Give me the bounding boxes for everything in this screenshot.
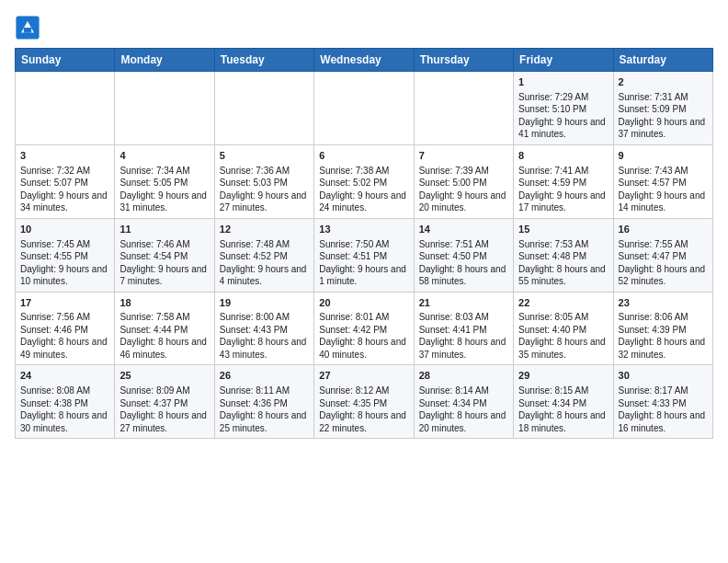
day-info-line: Sunset: 4:34 PM <box>518 397 608 410</box>
cell-content: 12Sunrise: 7:48 AMSunset: 4:52 PMDayligh… <box>220 223 309 288</box>
calendar-cell: 1Sunrise: 7:29 AMSunset: 5:10 PMDaylight… <box>514 72 613 145</box>
day-info-line: Daylight: 8 hours and 58 minutes. <box>419 263 508 288</box>
day-number: 2 <box>619 75 708 89</box>
day-number: 11 <box>119 223 209 236</box>
calendar-week-row: 17Sunrise: 7:56 AMSunset: 4:46 PMDayligh… <box>16 292 713 365</box>
day-info-line: Sunset: 4:51 PM <box>319 250 408 263</box>
weekday-header: Monday <box>115 49 214 72</box>
day-info-line: Sunrise: 7:29 AM <box>518 91 608 104</box>
calendar-cell: 12Sunrise: 7:48 AMSunset: 4:52 PMDayligh… <box>214 218 313 292</box>
day-info-line: Sunrise: 8:06 AM <box>619 311 708 324</box>
cell-content: 10Sunrise: 7:45 AMSunset: 4:55 PMDayligh… <box>20 223 109 288</box>
weekday-header: Sunday <box>16 49 115 72</box>
day-info-line: Sunrise: 8:03 AM <box>419 311 508 324</box>
day-info-line: Daylight: 8 hours and 27 minutes. <box>119 409 209 434</box>
day-info-line: Sunrise: 7:31 AM <box>619 91 708 104</box>
calendar-cell: 6Sunrise: 7:38 AMSunset: 5:02 PMDaylight… <box>314 144 414 218</box>
calendar-cell: 26Sunrise: 8:11 AMSunset: 4:36 PMDayligh… <box>214 365 313 439</box>
day-number: 17 <box>20 296 109 310</box>
weekday-header: Tuesday <box>214 49 313 72</box>
calendar-cell: 15Sunrise: 7:53 AMSunset: 4:48 PMDayligh… <box>514 218 613 292</box>
calendar-cell: 10Sunrise: 7:45 AMSunset: 4:55 PMDayligh… <box>16 218 115 292</box>
day-number: 16 <box>619 223 708 236</box>
calendar-week-row: 3Sunrise: 7:32 AMSunset: 5:07 PMDaylight… <box>16 144 713 218</box>
weekday-header: Friday <box>514 49 613 72</box>
weekday-header: Wednesday <box>314 49 414 72</box>
day-info-line: Sunset: 5:09 PM <box>619 103 708 116</box>
calendar-cell: 3Sunrise: 7:32 AMSunset: 5:07 PMDaylight… <box>16 144 115 218</box>
calendar-cell: 28Sunrise: 8:14 AMSunset: 4:34 PMDayligh… <box>414 365 513 439</box>
day-info-line: Daylight: 8 hours and 40 minutes. <box>319 336 408 361</box>
day-number: 28 <box>419 369 508 383</box>
day-info-line: Daylight: 9 hours and 41 minutes. <box>518 116 608 141</box>
calendar-cell: 30Sunrise: 8:17 AMSunset: 4:33 PMDayligh… <box>613 365 712 439</box>
day-info-line: Sunset: 4:42 PM <box>319 324 408 337</box>
day-number: 5 <box>220 149 309 163</box>
day-info-line: Daylight: 9 hours and 7 minutes. <box>119 263 209 288</box>
calendar-cell: 25Sunrise: 8:09 AMSunset: 4:37 PMDayligh… <box>115 365 214 439</box>
day-info-line: Daylight: 9 hours and 31 minutes. <box>119 190 209 214</box>
day-number: 6 <box>319 149 408 163</box>
calendar-cell: 19Sunrise: 8:00 AMSunset: 4:43 PMDayligh… <box>214 292 313 365</box>
day-number: 3 <box>20 149 109 163</box>
calendar-header-row: SundayMondayTuesdayWednesdayThursdayFrid… <box>16 49 713 72</box>
cell-content: 20Sunrise: 8:01 AMSunset: 4:42 PMDayligh… <box>319 296 408 362</box>
day-info-line: Sunrise: 7:51 AM <box>419 238 508 251</box>
day-number: 26 <box>220 369 309 383</box>
day-info-line: Sunrise: 7:58 AM <box>119 311 209 324</box>
day-info-line: Sunrise: 8:00 AM <box>220 311 309 324</box>
day-info-line: Daylight: 8 hours and 25 minutes. <box>220 409 309 434</box>
cell-content: 4Sunrise: 7:34 AMSunset: 5:05 PMDaylight… <box>119 149 209 214</box>
day-info-line: Sunset: 5:05 PM <box>119 177 209 190</box>
day-info-line: Sunset: 4:47 PM <box>619 250 708 263</box>
day-info-line: Sunrise: 7:46 AM <box>119 238 209 251</box>
day-info-line: Daylight: 8 hours and 16 minutes. <box>619 409 708 434</box>
cell-content: 19Sunrise: 8:00 AMSunset: 4:43 PMDayligh… <box>220 296 309 362</box>
calendar-cell: 8Sunrise: 7:41 AMSunset: 4:59 PMDaylight… <box>514 144 613 218</box>
day-number: 1 <box>518 75 608 89</box>
weekday-header: Thursday <box>414 49 513 72</box>
calendar-cell: 29Sunrise: 8:15 AMSunset: 4:34 PMDayligh… <box>514 365 613 439</box>
day-info-line: Daylight: 8 hours and 49 minutes. <box>20 336 109 361</box>
day-info-line: Daylight: 8 hours and 46 minutes. <box>119 336 209 361</box>
day-info-line: Daylight: 8 hours and 32 minutes. <box>619 336 708 361</box>
day-info-line: Sunset: 4:54 PM <box>119 250 209 263</box>
day-info-line: Sunrise: 7:36 AM <box>220 165 309 178</box>
calendar-cell: 27Sunrise: 8:12 AMSunset: 4:35 PMDayligh… <box>314 365 414 439</box>
day-number: 24 <box>20 369 109 383</box>
calendar-cell <box>115 72 214 145</box>
cell-content: 15Sunrise: 7:53 AMSunset: 4:48 PMDayligh… <box>518 223 608 288</box>
day-info-line: Sunrise: 7:38 AM <box>319 165 408 178</box>
calendar-cell: 4Sunrise: 7:34 AMSunset: 5:05 PMDaylight… <box>115 144 214 218</box>
day-info-line: Daylight: 9 hours and 20 minutes. <box>419 190 508 214</box>
cell-content: 17Sunrise: 7:56 AMSunset: 4:46 PMDayligh… <box>20 296 109 362</box>
day-number: 15 <box>518 223 608 236</box>
day-info-line: Sunrise: 8:17 AM <box>619 385 708 397</box>
day-info-line: Sunset: 4:50 PM <box>419 250 508 263</box>
calendar-cell: 9Sunrise: 7:43 AMSunset: 4:57 PMDaylight… <box>613 144 712 218</box>
day-info-line: Sunset: 4:38 PM <box>20 397 109 410</box>
cell-content: 1Sunrise: 7:29 AMSunset: 5:10 PMDaylight… <box>518 75 608 141</box>
cell-content: 29Sunrise: 8:15 AMSunset: 4:34 PMDayligh… <box>518 369 608 434</box>
day-number: 30 <box>619 369 708 383</box>
day-number: 9 <box>619 149 708 163</box>
calendar-cell: 23Sunrise: 8:06 AMSunset: 4:39 PMDayligh… <box>613 292 712 365</box>
day-info-line: Sunset: 5:07 PM <box>20 177 109 190</box>
day-info-line: Daylight: 8 hours and 22 minutes. <box>319 409 408 434</box>
calendar-cell: 16Sunrise: 7:55 AMSunset: 4:47 PMDayligh… <box>613 218 712 292</box>
day-info-line: Sunrise: 7:48 AM <box>220 238 309 251</box>
day-info-line: Sunset: 4:55 PM <box>20 250 109 263</box>
day-info-line: Sunrise: 8:12 AM <box>319 385 408 397</box>
day-info-line: Daylight: 8 hours and 30 minutes. <box>20 409 109 434</box>
calendar-cell: 20Sunrise: 8:01 AMSunset: 4:42 PMDayligh… <box>314 292 414 365</box>
day-info-line: Sunrise: 7:43 AM <box>619 165 708 178</box>
day-info-line: Sunset: 4:33 PM <box>619 397 708 410</box>
day-number: 25 <box>119 369 209 383</box>
calendar-cell: 5Sunrise: 7:36 AMSunset: 5:03 PMDaylight… <box>214 144 313 218</box>
calendar-week-row: 24Sunrise: 8:08 AMSunset: 4:38 PMDayligh… <box>16 365 713 439</box>
cell-content: 18Sunrise: 7:58 AMSunset: 4:44 PMDayligh… <box>119 296 209 362</box>
day-number: 29 <box>518 369 608 383</box>
day-info-line: Sunset: 4:40 PM <box>518 324 608 337</box>
calendar-cell: 21Sunrise: 8:03 AMSunset: 4:41 PMDayligh… <box>414 292 513 365</box>
day-info-line: Sunset: 4:59 PM <box>518 177 608 190</box>
